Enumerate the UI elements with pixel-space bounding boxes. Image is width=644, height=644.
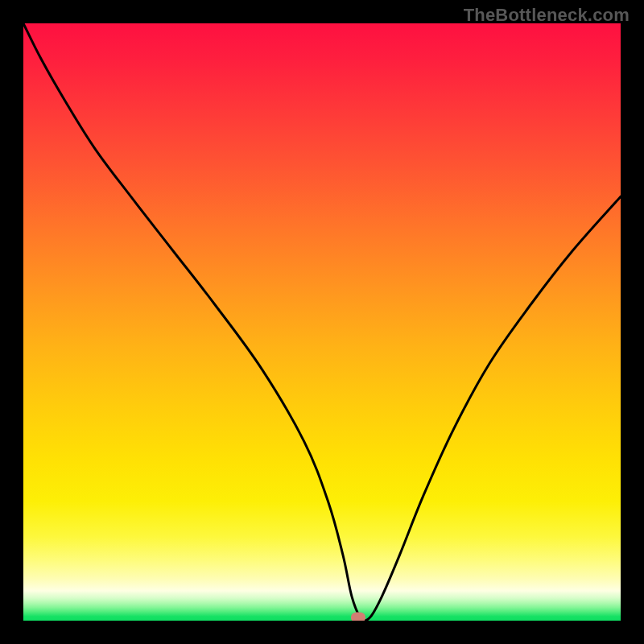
optimal-point-marker <box>351 613 365 621</box>
curve-layer <box>23 23 621 621</box>
chart-frame: TheBottleneck.com <box>0 0 644 644</box>
bottleneck-curve <box>23 23 621 621</box>
watermark-text: TheBottleneck.com <box>464 5 630 26</box>
plot-area <box>23 23 621 621</box>
